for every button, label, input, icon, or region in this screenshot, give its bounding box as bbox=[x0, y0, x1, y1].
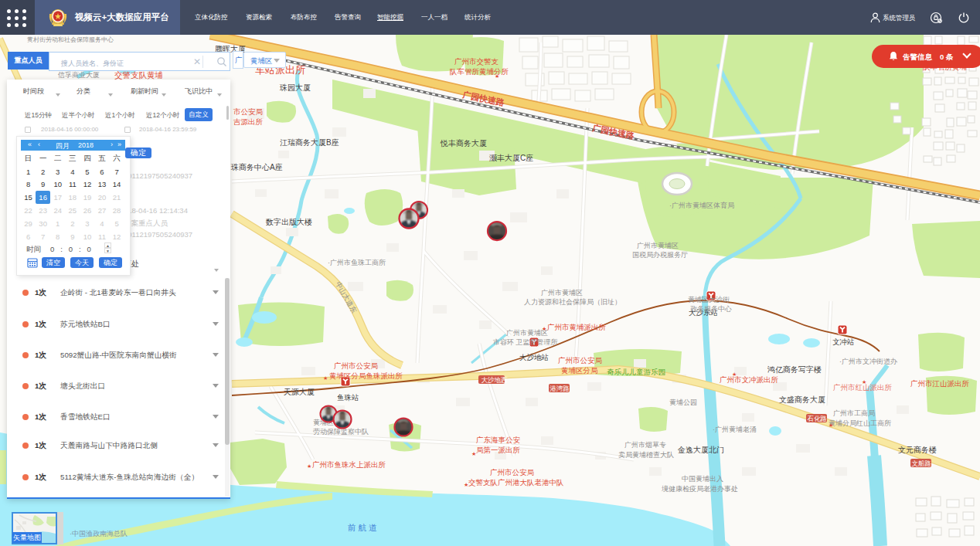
svg-text:前航道: 前航道 bbox=[348, 523, 379, 532]
svg-text:交警支队广州港大队老港中队: 交警支队广州港大队老港中队 bbox=[468, 478, 564, 487]
svg-text:黄埔分局红山工商所: 黄埔分局红山工商所 bbox=[829, 419, 891, 427]
svg-text:数字出版大楼: 数字出版大楼 bbox=[265, 218, 312, 226]
svg-text:金逸大厦北门: 金逸大厦北门 bbox=[677, 446, 724, 454]
svg-text:★: ★ bbox=[307, 463, 311, 469]
svg-text:★: ★ bbox=[323, 375, 328, 381]
svg-text:大沙地西: 大沙地西 bbox=[481, 376, 509, 384]
svg-text:★: ★ bbox=[464, 482, 468, 487]
svg-text:悦丰商务大厦: 悦丰商务大厦 bbox=[440, 139, 487, 148]
svg-text:广州市江山派出所: 广州市江山派出所 bbox=[910, 379, 970, 388]
svg-text:★: ★ bbox=[829, 422, 833, 428]
svg-text:大沙地站: 大沙地站 bbox=[519, 353, 549, 361]
svg-text:港湾路: 港湾路 bbox=[550, 385, 570, 392]
svg-text:信孚商业大厦: 信孚商业大厦 bbox=[57, 71, 100, 79]
svg-text:广州市鱼珠水上派出所: 广州市鱼珠水上派出所 bbox=[312, 460, 386, 469]
svg-text:市容环 卫监督管理所: 市容环 卫监督管理所 bbox=[493, 338, 558, 346]
svg-text:珠园大厦: 珠园大厦 bbox=[279, 83, 311, 92]
svg-text:·广州黄埔老涌: ·广州黄埔老涌 bbox=[713, 426, 757, 433]
svg-text:黄埔区大沙街: 黄埔区大沙街 bbox=[688, 296, 730, 304]
svg-text:境健康检疫局老港办事处: 境健康检疫局老港办事处 bbox=[661, 485, 738, 493]
svg-text:国税局办税服务厅: 国税局办税服务厅 bbox=[632, 251, 688, 259]
svg-text:卖局黄埔稽查大队: 卖局黄埔稽查大队 bbox=[618, 451, 674, 459]
svg-text:广州市交警支: 广州市交警支 bbox=[454, 57, 499, 66]
svg-text:广州市黄埔区: 广州市黄埔区 bbox=[637, 242, 679, 249]
svg-text:珠商务中心A座: 珠商务中心A座 bbox=[230, 163, 283, 171]
svg-text:局第一派出所: 局第一派出所 bbox=[476, 446, 521, 454]
svg-text:广州市黄埔区: 广州市黄埔区 bbox=[541, 289, 583, 297]
svg-text:鱼珠站: 鱼珠站 bbox=[337, 393, 359, 402]
svg-text:文元商务楼: 文元商务楼 bbox=[898, 446, 937, 454]
svg-text:黄埔区分局鱼珠派出所: 黄埔区分局鱼珠派出所 bbox=[329, 371, 403, 380]
svg-text:政务服务中心: 政务服务中心 bbox=[690, 305, 732, 313]
svg-text:广州市工商局: 广州市工商局 bbox=[833, 409, 875, 417]
svg-text:文冲站: 文冲站 bbox=[832, 337, 855, 346]
svg-text:黄埔区分局: 黄埔区分局 bbox=[561, 366, 598, 375]
svg-text:★: ★ bbox=[471, 451, 476, 456]
svg-text:广州市文冲派出所: 广州市文冲派出所 bbox=[720, 375, 779, 384]
svg-text:广州市烟草专: 广州市烟草专 bbox=[624, 441, 666, 449]
svg-text:黄埔公园: 黄埔公园 bbox=[669, 398, 697, 406]
svg-text:吉源出所: 吉源出所 bbox=[233, 117, 264, 126]
svg-text:文船路: 文船路 bbox=[912, 460, 932, 467]
svg-text:·广州市文冲街道办: ·广州市文冲街道办 bbox=[839, 358, 897, 365]
svg-text:鸿亿商务写字楼: 鸿亿商务写字楼 bbox=[767, 365, 822, 374]
svg-text:★: ★ bbox=[495, 73, 499, 79]
svg-text:天源大厦: 天源大厦 bbox=[284, 388, 315, 396]
svg-text:队车管所黄埔分所: 队车管所黄埔分所 bbox=[450, 67, 509, 76]
svg-text:★: ★ bbox=[862, 379, 866, 385]
svg-text:黄村街劳动和社会保障服务中心: 黄村街劳动和社会保障服务中心 bbox=[27, 36, 114, 43]
svg-text:广州市公安局: 广州市公安局 bbox=[558, 356, 602, 365]
svg-text:灏丰大厦C座: 灏丰大厦C座 bbox=[489, 154, 533, 162]
svg-text:劳动保障监察中队: 劳动保障监察中队 bbox=[313, 428, 369, 436]
svg-text:广州市公安局: 广州市公安局 bbox=[490, 468, 534, 476]
svg-text:中国黄埔出入: 中国黄埔出入 bbox=[682, 475, 723, 483]
svg-text:广州市黄埔派出所: 广州市黄埔派出所 bbox=[547, 323, 607, 331]
svg-text:人力资源和社会保障局（旧址）: 人力资源和社会保障局（旧址） bbox=[524, 298, 621, 306]
svg-text:·广州市鱼珠工商所: ·广州市鱼珠工商所 bbox=[328, 259, 386, 266]
svg-text:奇乐儿儿童游乐园: 奇乐儿儿童游乐园 bbox=[607, 368, 665, 376]
svg-text:·广州市黄埔区体育局: ·广州市黄埔区体育局 bbox=[669, 202, 734, 209]
svg-text:石化路: 石化路 bbox=[808, 415, 828, 422]
svg-text:★: ★ bbox=[542, 326, 546, 331]
svg-text:★: ★ bbox=[732, 371, 737, 377]
svg-text:广东海事公安: 广东海事公安 bbox=[476, 436, 521, 444]
svg-text:·中国渔政南海总队: ·中国渔政南海总队 bbox=[70, 530, 128, 538]
svg-text:江瑞商务大厦B座: 江瑞商务大厦B座 bbox=[280, 138, 339, 147]
svg-text:交警支队黄埔: 交警支队黄埔 bbox=[114, 70, 163, 80]
svg-text:广州市公安局: 广州市公安局 bbox=[334, 361, 378, 370]
svg-text:文盛商务大厦: 文盛商务大厦 bbox=[779, 395, 825, 404]
svg-text:市公安局: 市公安局 bbox=[233, 107, 263, 116]
